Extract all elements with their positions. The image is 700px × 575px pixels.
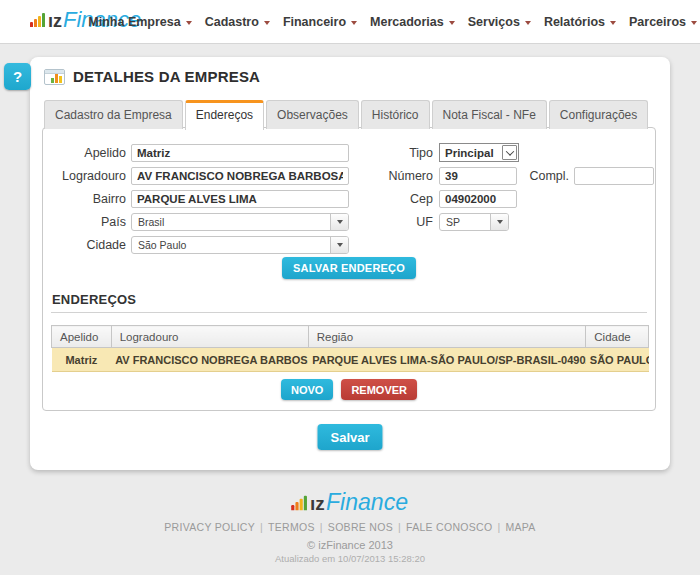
cep-label: Cep (373, 190, 433, 208)
uf-value: SP (440, 216, 490, 228)
tipo-label: Tipo (373, 144, 433, 162)
link-termos[interactable]: TERMOS (268, 521, 315, 533)
footer: ız Finance PRIVACY POLICY|TERMOS|SOBRE N… (0, 470, 700, 564)
compl-input[interactable] (574, 167, 654, 185)
tab-nota-fiscal-nfe[interactable]: Nota Fiscal - NFe (432, 100, 547, 129)
select-arrow-button[interactable] (502, 145, 517, 160)
addresses-heading: ENDEREÇOS (52, 292, 136, 307)
link-separator: | (398, 521, 401, 533)
menu-relatorios[interactable]: Relatórios (544, 15, 616, 29)
tab-cadastro-da-empresa[interactable]: Cadastro da Empresa (44, 100, 183, 129)
chevron-down-icon (337, 243, 343, 247)
cell-apelido[interactable]: Matriz (52, 348, 112, 372)
menu-parceiros[interactable]: Parceiros (629, 15, 697, 29)
company-details-panel: DETALHES DA EMPRESA Cadastro da Empresa … (30, 57, 670, 470)
tab-bar: Cadastro da Empresa Endereços Observaçõe… (44, 100, 648, 129)
tab-configuracoes[interactable]: Configurações (549, 100, 648, 129)
chevron-down-icon (449, 21, 455, 25)
address-form-box: Apelido Logradouro Bairro País Brasil Ci… (42, 127, 656, 411)
menu-servicos[interactable]: Serviços (468, 15, 531, 29)
section-divider (51, 312, 647, 313)
company-chart-icon (44, 69, 65, 85)
save-button[interactable]: Salvar (317, 424, 382, 450)
chevron-down-icon (525, 21, 531, 25)
chevron-down-icon (497, 220, 503, 224)
footer-logo[interactable]: ız Finance (292, 494, 409, 514)
pais-value: Brasil (132, 216, 330, 228)
tab-enderecos[interactable]: Endereços (185, 100, 264, 130)
menu-label: Cadastro (205, 15, 259, 29)
addresses-table: Apelido Logradouro Região Cidade Matriz … (51, 325, 649, 372)
header-cidade: Cidade (586, 326, 649, 348)
table-row[interactable]: Matriz AV FRANCISCO NOBREGA BARBOSA, 39 … (52, 348, 649, 372)
dropdown-button[interactable] (330, 214, 348, 230)
header-regiao: Região (308, 326, 586, 348)
menu-financeiro[interactable]: Financeiro (283, 15, 357, 29)
new-button[interactable]: NOVO (281, 379, 333, 400)
logradouro-input[interactable] (131, 167, 349, 185)
logo-bars-icon (30, 13, 46, 30)
link-separator: | (320, 521, 323, 533)
chevron-down-icon (610, 21, 616, 25)
tipo-value: Principal (440, 147, 502, 159)
tab-observacoes[interactable]: Observações (266, 100, 359, 129)
chevron-down-icon (264, 21, 270, 25)
help-button[interactable]: ? (4, 63, 31, 90)
chevron-down-icon (351, 21, 357, 25)
link-sobre-nos[interactable]: SOBRE NOS (328, 521, 393, 533)
dropdown-button[interactable] (330, 237, 348, 253)
header-logradouro: Logradouro (111, 326, 308, 348)
cidade-label: Cidade (43, 236, 126, 254)
numero-label: Número (373, 167, 433, 185)
cell-cidade[interactable]: SÃO PAULO (586, 348, 649, 372)
numero-input[interactable] (439, 167, 517, 185)
uf-label: UF (373, 213, 433, 231)
top-navigation: ız Finance Minha Empresa Cadastro Financ… (0, 0, 700, 44)
link-separator: | (260, 521, 263, 533)
uf-select[interactable]: SP (439, 213, 509, 231)
link-privacy-policy[interactable]: PRIVACY POLICY (164, 521, 255, 533)
copyright-text: © izFinance 2013 (0, 539, 700, 551)
bairro-label: Bairro (43, 190, 126, 208)
chevron-down-icon (505, 147, 513, 155)
cep-input[interactable] (439, 190, 517, 208)
logo-name: Finance (326, 494, 408, 514)
dropdown-button[interactable] (490, 214, 508, 230)
link-mapa[interactable]: MAPA (506, 521, 536, 533)
header-apelido: Apelido (52, 326, 112, 348)
menu-label: Financeiro (283, 15, 346, 29)
apelido-input[interactable] (131, 144, 349, 162)
page-title: DETALHES DA EMPRESA (73, 68, 260, 85)
menu-minha-empresa[interactable]: Minha Empresa (88, 15, 191, 29)
tipo-select[interactable]: Principal (439, 143, 519, 162)
logradouro-label: Logradouro (43, 167, 126, 185)
apelido-label: Apelido (43, 144, 126, 162)
cell-logradouro[interactable]: AV FRANCISCO NOBREGA BARBOSA, 39 (111, 348, 308, 372)
tab-historico[interactable]: Histórico (361, 100, 430, 129)
menu-mercadorias[interactable]: Mercadorias (370, 15, 455, 29)
link-fale-conosco[interactable]: FALE CONOSCO (406, 521, 492, 533)
menu-cadastro[interactable]: Cadastro (205, 15, 270, 29)
table-header-row: Apelido Logradouro Região Cidade (52, 326, 649, 348)
bairro-input[interactable] (131, 190, 349, 208)
cidade-value: São Paulo (132, 239, 330, 251)
compl-label: Compl. (523, 167, 569, 185)
logo-bars-icon (292, 495, 309, 513)
menu-label: Parceiros (629, 15, 686, 29)
menu-label: Serviços (468, 15, 520, 29)
cell-regiao[interactable]: PARQUE ALVES LIMA-SÃO PAULO/SP-BRASIL-04… (308, 348, 586, 372)
menu-label: Minha Empresa (88, 15, 180, 29)
pais-select[interactable]: Brasil (131, 213, 349, 231)
chevron-down-icon (186, 21, 192, 25)
table-actions: NOVO REMOVER (43, 379, 655, 400)
pais-label: País (43, 213, 126, 231)
cidade-select[interactable]: São Paulo (131, 236, 349, 254)
remove-button[interactable]: REMOVER (341, 379, 417, 400)
footer-links: PRIVACY POLICY|TERMOS|SOBRE NOS|FALE CON… (0, 521, 700, 533)
main-menu: Minha Empresa Cadastro Financeiro Mercad… (88, 0, 697, 44)
menu-label: Mercadorias (370, 15, 444, 29)
menu-label: Relatórios (544, 15, 605, 29)
last-updated-text: Atualizado em 10/07/2013 15:28:20 (0, 553, 700, 564)
save-address-button[interactable]: SALVAR ENDEREÇO (282, 257, 416, 279)
link-separator: | (497, 521, 500, 533)
